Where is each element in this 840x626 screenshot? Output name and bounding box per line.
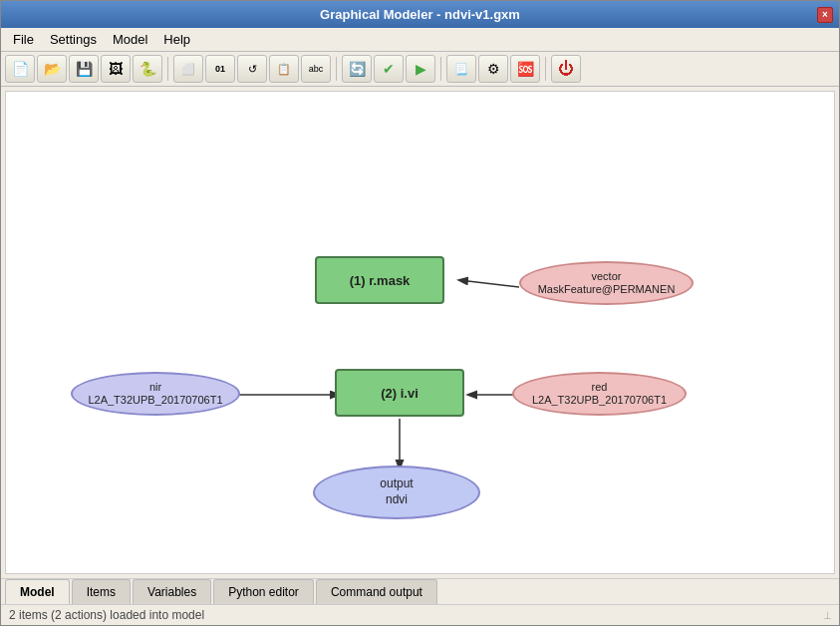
- tab-python-editor[interactable]: Python editor: [213, 579, 314, 604]
- vector-node[interactable]: vector MaskFeature@PERMANEN: [519, 261, 694, 305]
- toolbar: 📄 📂 💾 🖼 🐍 ⬜ 01 ↺ 📋 abc 🔄 ✔ ▶ 📃 ⚙ 🆘 ⏻: [1, 52, 839, 87]
- ivi-node[interactable]: (2) i.vi: [335, 369, 464, 417]
- quit-button[interactable]: ⏻: [551, 55, 581, 83]
- window-title: Graphical Modeler - ndvi-v1.gxm: [320, 7, 520, 22]
- resize-icon: ⟂: [824, 608, 831, 622]
- red-label: red L2A_T32UPB_20170706T1: [532, 381, 667, 407]
- tab-variables[interactable]: Variables: [133, 579, 211, 604]
- validate-button[interactable]: ✔: [374, 55, 404, 83]
- menu-help[interactable]: Help: [155, 30, 198, 49]
- vector-label: vector MaskFeature@PERMANEN: [538, 270, 676, 296]
- rmask-label: (1) r.mask: [350, 273, 411, 288]
- nir-node[interactable]: nir L2A_T32UPB_20170706T1: [71, 372, 240, 416]
- save-button[interactable]: 💾: [69, 55, 99, 83]
- menu-settings[interactable]: Settings: [42, 30, 105, 49]
- rmask-node[interactable]: (1) r.mask: [315, 256, 444, 304]
- tab-model[interactable]: Model: [5, 579, 70, 605]
- svg-line-0: [459, 280, 519, 287]
- output-node[interactable]: output ndvi: [313, 466, 480, 519]
- tabbar: Model Items Variables Python editor Comm…: [1, 578, 839, 604]
- menu-file[interactable]: File: [5, 30, 42, 49]
- settings-button[interactable]: ⚙: [478, 55, 508, 83]
- new-button[interactable]: 📄: [5, 55, 35, 83]
- status-text: 2 items (2 actions) loaded into model: [9, 608, 204, 622]
- run-again-button[interactable]: 🔄: [342, 55, 372, 83]
- run-button[interactable]: ▶: [406, 55, 435, 83]
- output-button[interactable]: 📃: [446, 55, 476, 83]
- python-button[interactable]: 🐍: [133, 55, 162, 83]
- model-canvas[interactable]: (1) r.mask vector MaskFeature@PERMANEN n…: [5, 91, 835, 574]
- titlebar: Graphical Modeler - ndvi-v1.gxm ×: [1, 1, 839, 28]
- output-label: output ndvi: [380, 476, 413, 507]
- add-process-button[interactable]: ⬜: [173, 55, 203, 83]
- separator-1: [167, 57, 168, 81]
- add-loop-button[interactable]: ↺: [237, 55, 267, 83]
- separator-4: [545, 57, 546, 81]
- help-button[interactable]: 🆘: [510, 55, 540, 83]
- export-image-button[interactable]: 🖼: [101, 55, 131, 83]
- nir-label: nir L2A_T32UPB_20170706T1: [88, 381, 222, 407]
- separator-3: [440, 57, 441, 81]
- separator-2: [336, 57, 337, 81]
- add-label-button[interactable]: abc: [301, 55, 331, 83]
- tab-command-output[interactable]: Command output: [316, 579, 437, 604]
- close-button[interactable]: ×: [817, 7, 833, 23]
- statusbar: 2 items (2 actions) loaded into model ⟂: [1, 604, 839, 625]
- add-comment-button[interactable]: 📋: [269, 55, 299, 83]
- open-button[interactable]: 📂: [37, 55, 67, 83]
- menubar: File Settings Model Help: [1, 28, 839, 52]
- tab-items[interactable]: Items: [72, 579, 131, 604]
- menu-model[interactable]: Model: [105, 30, 155, 49]
- main-window: Graphical Modeler - ndvi-v1.gxm × File S…: [0, 0, 840, 626]
- red-node[interactable]: red L2A_T32UPB_20170706T1: [512, 372, 687, 416]
- ivi-label: (2) i.vi: [381, 386, 419, 401]
- add-command-button[interactable]: 01: [205, 55, 235, 83]
